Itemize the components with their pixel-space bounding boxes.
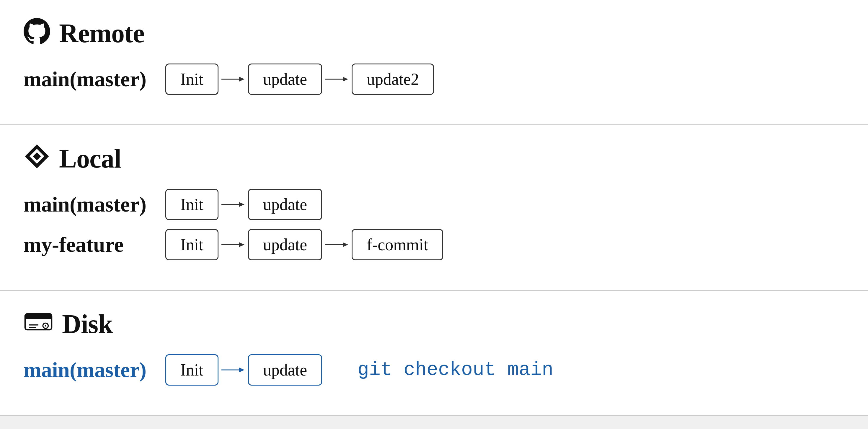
remote-commit-0-0: Init: [165, 63, 218, 95]
disk-branch-row-0: main(master) Init update git checkout ma…: [24, 354, 844, 385]
disk-header: Disk: [24, 309, 844, 340]
github-icon: [24, 18, 50, 49]
local-section: Local main(master) Init update my-featur…: [0, 125, 868, 291]
disk-commit-0-0: Init: [165, 354, 218, 385]
local-branch-row-1: my-feature Init update f-commit: [24, 229, 844, 260]
local-commit-0-0: Init: [165, 189, 218, 220]
remote-commit-0-2: update2: [352, 63, 434, 95]
svg-marker-8: [239, 202, 244, 207]
disk-commit-chain-0: Init update: [165, 354, 322, 385]
local-commit-1-0: Init: [165, 229, 218, 260]
svg-rect-15: [25, 316, 52, 319]
disk-section: Disk main(master) Init update git checko…: [0, 291, 868, 416]
local-branch-label-1: my-feature: [24, 232, 148, 257]
svg-marker-3: [343, 77, 348, 82]
local-title: Local: [59, 143, 121, 174]
remote-commit-0-1: update: [248, 63, 322, 95]
local-header: Local: [24, 143, 844, 174]
git-icon: [24, 143, 50, 174]
local-commit-1-1: update: [248, 229, 322, 260]
remote-branch-label-0: main(master): [24, 67, 148, 92]
svg-marker-21: [239, 368, 244, 372]
disk-icon: [24, 309, 53, 340]
arrow-icon: [325, 73, 349, 85]
remote-title: Remote: [59, 18, 144, 49]
arrow-icon: [221, 199, 245, 210]
disk-branch-label-0: main(master): [24, 358, 148, 382]
disk-commit-0-1: update: [248, 354, 322, 385]
remote-header: Remote: [24, 18, 844, 49]
svg-marker-1: [239, 77, 244, 82]
arrow-icon: [221, 239, 245, 251]
disk-title: Disk: [62, 309, 113, 339]
local-branch-label-0: main(master): [24, 192, 148, 217]
svg-point-17: [45, 325, 46, 326]
disk-git-command: git checkout main: [358, 359, 553, 381]
svg-marker-12: [343, 242, 348, 247]
svg-marker-10: [239, 242, 244, 247]
arrow-icon: [221, 364, 245, 376]
local-branch-row-0: main(master) Init update: [24, 189, 844, 220]
local-commit-1-2: f-commit: [352, 229, 443, 260]
arrow-icon: [221, 73, 245, 85]
remote-branch-row-0: main(master) Init update update2: [24, 63, 844, 95]
arrow-icon: [325, 239, 349, 251]
local-commit-0-1: update: [248, 189, 322, 220]
remote-commit-chain-0: Init update update2: [165, 63, 434, 95]
remote-section: Remote main(master) Init update update2: [0, 0, 868, 125]
local-commit-chain-0: Init update: [165, 189, 322, 220]
local-commit-chain-1: Init update f-commit: [165, 229, 443, 260]
